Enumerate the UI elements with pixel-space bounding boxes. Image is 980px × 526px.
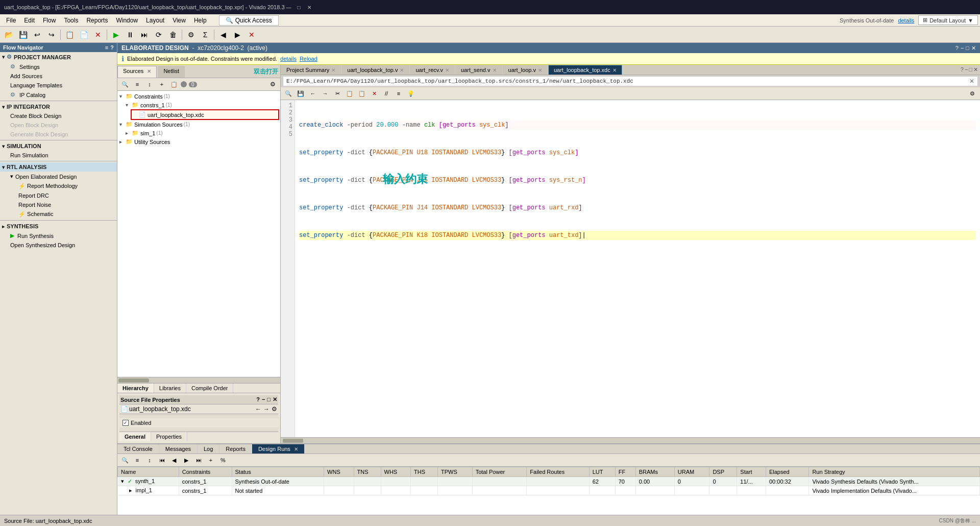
btm-tab-reports[interactable]: Reports — [219, 444, 252, 453]
sub-tab-compile-order[interactable]: Compile Order — [186, 384, 234, 393]
code-lines[interactable]: create_clock -period 20.000 -name clk [g… — [295, 100, 980, 437]
sub-tab-general[interactable]: General — [119, 432, 151, 441]
code-format-btn[interactable]: ≡ — [393, 88, 404, 99]
btm-next-btn[interactable]: ⏭ — [193, 455, 204, 465]
btm-first-btn[interactable]: ⏮ — [156, 455, 167, 465]
toolbar-redo-btn[interactable]: ↪ — [45, 29, 58, 41]
file-props-back-btn[interactable]: ← — [255, 405, 261, 413]
enabled-checkbox[interactable]: ✓ — [122, 420, 129, 426]
code-tab-send-v[interactable]: uart_send.v ✕ — [455, 65, 502, 75]
btm-prev-btn[interactable]: ◀ — [168, 455, 180, 465]
sources-tab-close-icon[interactable]: ✕ — [147, 68, 151, 74]
btm-tab-tcl-console[interactable]: Tcl Console — [117, 444, 159, 453]
code-tab-close-1[interactable]: ✕ — [400, 67, 404, 73]
tab-netlist[interactable]: Netlist — [158, 66, 185, 78]
tree-item-sim1[interactable]: ▸ 📁 sim_1 (1) — [125, 129, 279, 137]
toolbar-refresh-btn[interactable]: ⟳ — [152, 29, 165, 41]
code-comment-btn[interactable]: // — [381, 88, 392, 99]
menu-reports[interactable]: Reports — [82, 16, 112, 25]
toolbar-cancel-btn[interactable]: ✕ — [245, 29, 258, 41]
code-delete-btn[interactable]: ✕ — [369, 88, 380, 99]
sub-tab-libraries[interactable]: Libraries — [154, 384, 186, 393]
menu-window[interactable]: Window — [112, 16, 142, 25]
tree-item-utility-sources[interactable]: ▸ 📁 Utility Sources — [118, 137, 279, 146]
code-forward-btn[interactable]: → — [320, 88, 331, 99]
code-settings-btn[interactable]: ⚙ — [967, 88, 978, 99]
design-header-close-btn[interactable]: ✕ — [971, 45, 976, 52]
file-path-close-btn[interactable]: ✕ — [969, 78, 974, 85]
nav-item-open-synthesized-design[interactable]: Open Synthesized Design — [0, 241, 117, 250]
file-props-min-btn[interactable]: − — [262, 396, 265, 403]
quick-access-input[interactable]: 🔍 Quick Access — [219, 15, 279, 26]
sources-scrollbar-h[interactable] — [117, 377, 280, 383]
nav-item-open-elaborated-design[interactable]: ▾ Open Elaborated Design — [0, 172, 117, 181]
tree-item-xdc-file[interactable]: 📄 uart_loopback_top.xdc — [131, 109, 279, 120]
btm-tab-log[interactable]: Log — [198, 444, 219, 453]
code-tab-close-0[interactable]: ✕ — [331, 67, 335, 73]
menu-edit[interactable]: Edit — [20, 16, 39, 25]
code-tab-close-btn[interactable]: ✕ — [973, 66, 978, 73]
tree-item-sim-sources[interactable]: ▾ 📁 Simulation Sources (1) — [118, 120, 279, 129]
sources-add-btn[interactable]: + — [156, 79, 167, 89]
sources-search-btn[interactable]: 🔍 — [119, 79, 131, 89]
toolbar-next-btn[interactable]: ⏭ — [138, 29, 151, 41]
toolbar-run-btn[interactable]: ▶ — [109, 29, 122, 41]
menu-help[interactable]: Help — [190, 16, 211, 25]
menu-flow[interactable]: Flow — [39, 16, 60, 25]
file-props-close-btn[interactable]: ✕ — [273, 396, 277, 403]
nav-subitem-report-noise[interactable]: Report Noise — [0, 200, 117, 209]
minimize-button[interactable]: — — [285, 3, 293, 11]
code-cut-btn[interactable]: ✂ — [332, 88, 343, 99]
btm-tab-messages[interactable]: Messages — [159, 444, 198, 453]
btm-tab-design-runs-close[interactable]: ✕ — [294, 446, 298, 452]
design-header-min-btn[interactable]: − — [961, 45, 964, 52]
design-header-help-btn[interactable]: ? — [955, 45, 959, 52]
btm-expand-btn[interactable]: ↕ — [144, 455, 155, 465]
code-scrollbar-h[interactable] — [281, 437, 980, 443]
nav-section-simulation-header[interactable]: ▾ SIMULATION — [0, 141, 117, 151]
btm-tab-design-runs[interactable]: Design Runs ✕ — [252, 444, 305, 453]
btm-percent-btn[interactable]: % — [217, 455, 229, 465]
nav-item-run-simulation[interactable]: Run Simulation — [0, 151, 117, 160]
design-header-max-btn[interactable]: □ — [966, 45, 969, 52]
nav-item-settings[interactable]: ⚙ Settings — [0, 62, 117, 71]
code-tab-recv-v[interactable]: uart_recv.v ✕ — [410, 65, 455, 75]
file-props-scroll-v2[interactable] — [119, 427, 278, 432]
sources-expand-btn[interactable]: ↕ — [144, 79, 155, 89]
btm-collapse-btn[interactable]: ≡ — [132, 455, 143, 465]
file-props-forward-btn[interactable]: → — [263, 405, 270, 413]
sources-collapse-btn[interactable]: ≡ — [132, 79, 143, 89]
toolbar-settings-btn[interactable]: ⚙ — [184, 29, 198, 41]
menu-layout[interactable]: Layout — [142, 16, 168, 25]
code-tab-close-5[interactable]: ✕ — [612, 67, 617, 73]
toolbar-paste-btn[interactable]: 📄 — [77, 29, 90, 41]
code-tab-close-3[interactable]: ✕ — [493, 67, 497, 73]
toolbar-step-btn[interactable]: ⏸ — [124, 29, 137, 41]
menu-tools[interactable]: Tools — [60, 16, 82, 25]
code-paste-btn[interactable]: 📋 — [356, 88, 368, 99]
code-tab-loop-v[interactable]: uart_loop.v ✕ — [503, 65, 548, 75]
toolbar-open-btn[interactable]: 📂 — [2, 29, 15, 41]
layout-dropdown[interactable]: ⊞ Default Layout ▼ — [918, 15, 978, 25]
table-row[interactable]: ▸ impl_1 constrs_1 Not started — [118, 486, 980, 495]
code-tab-close-2[interactable]: ✕ — [445, 67, 449, 73]
code-copy-btn[interactable]: 📋 — [344, 88, 355, 99]
code-back-btn[interactable]: ← — [307, 88, 318, 99]
menu-file[interactable]: File — [2, 16, 20, 25]
file-props-settings-btn[interactable]: ⚙ — [272, 405, 277, 413]
btm-play-btn[interactable]: ▶ — [181, 455, 192, 465]
toolbar-prev-btn[interactable]: ◀ — [216, 29, 230, 41]
sources-copy-btn[interactable]: 📋 — [168, 79, 180, 89]
sub-tab-properties[interactable]: Properties — [151, 432, 187, 441]
nav-subitem-report-methodology[interactable]: ⚡ Report Methodology — [0, 181, 117, 191]
code-tab-xdc[interactable]: uart_loopback_top.xdc ✕ — [548, 65, 622, 75]
nav-subitem-report-drc[interactable]: Report DRC — [0, 191, 117, 200]
code-tab-close-4[interactable]: ✕ — [538, 67, 542, 73]
tree-item-constraints[interactable]: ▾ 📁 Constraints (1) — [118, 92, 279, 101]
nav-item-create-block-design[interactable]: Create Block Design — [0, 111, 117, 121]
toolbar-forward-btn[interactable]: ▶ — [231, 29, 244, 41]
warning-details-link[interactable]: details — [280, 56, 297, 62]
nav-section-synthesis-header[interactable]: ▸ SYNTHESIS — [0, 222, 117, 231]
code-content[interactable]: 1 2 3 4 5 create_clock -period 20.000 -n… — [281, 100, 980, 437]
toolbar-delete-btn[interactable]: ✕ — [91, 29, 105, 41]
